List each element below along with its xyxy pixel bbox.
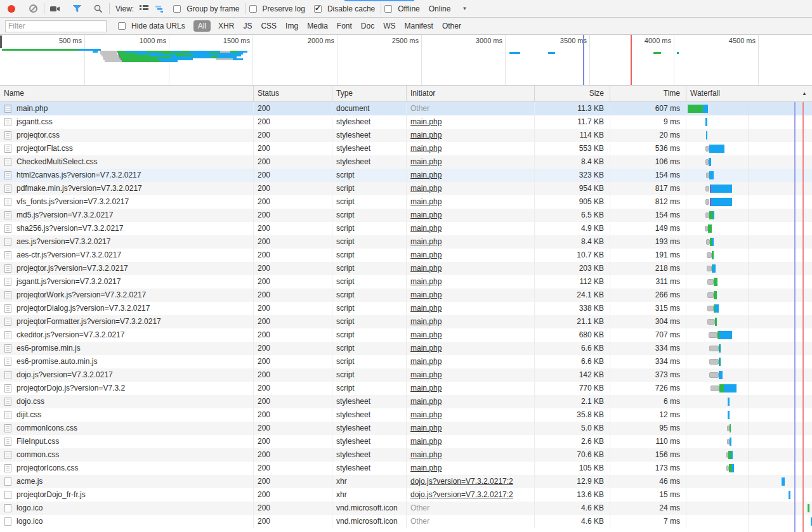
request-row-es6-promise.min.js[interactable]: es6-promise.min.js200scriptmain.php6.6 K… [0, 342, 812, 355]
initiator-link[interactable]: main.php [410, 330, 442, 339]
column-header-type[interactable]: Type [332, 86, 407, 102]
column-header-status[interactable]: Status [254, 86, 332, 102]
group-by-frame-checkbox[interactable] [173, 5, 181, 13]
initiator-link[interactable]: main.php [410, 464, 442, 472]
preserve-log-checkbox[interactable] [249, 5, 257, 13]
initiator-link[interactable]: main.php [410, 131, 442, 139]
filter-type-manifest[interactable]: Manifest [405, 22, 433, 30]
preserve-log-label[interactable]: Preserve log [263, 4, 305, 13]
request-row-jsgantt.css[interactable]: jsgantt.css200stylesheetmain.php11.7 KB9… [0, 115, 812, 129]
view-list-button[interactable] [136, 2, 152, 16]
filter-type-xhr[interactable]: XHR [218, 22, 234, 30]
disable-cache-label[interactable]: Disable cache [327, 4, 375, 13]
filter-button[interactable] [69, 2, 84, 16]
filter-type-other[interactable]: Other [442, 22, 461, 30]
request-row-projeqtor.js[interactable]: projeqtor.js?version=V7.3.2.0217200scrip… [0, 262, 812, 275]
timeline-overview[interactable]: 500 ms1000 ms1500 ms2000 ms2500 ms3000 m… [0, 35, 812, 86]
filter-type-js[interactable]: JS [243, 22, 252, 30]
initiator-link[interactable]: main.php [410, 410, 442, 419]
initiator-link[interactable]: main.php [410, 397, 442, 406]
request-row-ckeditor.js[interactable]: ckeditor.js?version=V7.3.2.0217200script… [0, 328, 812, 342]
request-row-aes.js[interactable]: aes.js?version=V7.3.2.0217200scriptmain.… [0, 235, 812, 249]
initiator-link[interactable]: main.php [410, 117, 442, 126]
request-row-projeqtorIcons.css[interactable]: projeqtorIcons.css200stylesheetmain.php1… [0, 462, 812, 475]
initiator-link[interactable]: main.php [410, 171, 442, 179]
filter-type-ws[interactable]: WS [383, 22, 395, 30]
column-header-initiator[interactable]: Initiator [407, 86, 535, 102]
request-row-CheckedMultiSelect.css[interactable]: CheckedMultiSelect.css200stylesheetmain.… [0, 155, 812, 169]
disable-cache-checkbox[interactable] [314, 5, 322, 13]
initiator-link[interactable]: main.php [410, 250, 442, 259]
overview-scrubber[interactable] [0, 36, 2, 48]
request-row-projeqtorDojo_fr-fr.js[interactable]: projeqtorDojo_fr-fr.js200xhrdojo.js?vers… [0, 488, 812, 502]
group-by-frame-label[interactable]: Group by frame [187, 4, 239, 13]
request-row-html2canvas.js[interactable]: html2canvas.js?version=V7.3.2.0217200scr… [0, 169, 812, 182]
initiator-link[interactable]: main.php [410, 277, 442, 286]
hide-data-urls-checkbox[interactable] [118, 22, 126, 30]
request-row-main.php[interactable]: main.php200documentOther11.3 KB607 ms [0, 102, 812, 115]
throttling-select[interactable]: Online [429, 4, 451, 13]
initiator-link[interactable]: main.php [410, 144, 442, 153]
initiator-link[interactable]: main.php [410, 184, 442, 193]
initiator-link[interactable]: main.php [410, 157, 442, 166]
filter-type-img[interactable]: Img [285, 22, 298, 30]
initiator-link[interactable]: main.php [410, 211, 442, 219]
initiator-link[interactable]: main.php [410, 317, 442, 326]
request-row-acme.js[interactable]: acme.js200xhrdojo.js?version=V7.3.2.0217… [0, 475, 812, 488]
request-row-projeqtorDojo.js[interactable]: projeqtorDojo.js?version=V7.3.2200script… [0, 382, 812, 395]
request-row-logo.ico[interactable]: logo.ico200vnd.microsoft.iconOther4.6 KB… [0, 515, 812, 528]
search-button[interactable] [91, 2, 106, 16]
initiator-link[interactable]: main.php [410, 450, 442, 459]
filter-type-media[interactable]: Media [307, 22, 328, 30]
request-row-aes-ctr.js[interactable]: aes-ctr.js?version=V7.3.2.0217200scriptm… [0, 249, 812, 262]
initiator-link[interactable]: main.php [410, 290, 442, 299]
filter-type-font[interactable]: Font [337, 22, 352, 30]
chevron-down-icon[interactable]: ▼ [462, 6, 467, 11]
filter-type-all[interactable]: All [193, 20, 211, 32]
request-row-md5.js[interactable]: md5.js?version=V7.3.2.0217200scriptmain.… [0, 209, 812, 222]
request-row-commonIcons.css[interactable]: commonIcons.css200stylesheetmain.php5.0 … [0, 422, 812, 435]
initiator-link[interactable]: main.php [410, 424, 442, 432]
capture-screenshots-button[interactable] [48, 2, 63, 16]
initiator-link[interactable]: main.php [410, 370, 442, 379]
initiator-link[interactable]: dojo.js?version=V7.3.2.0217:2 [410, 477, 513, 486]
initiator-link[interactable]: main.php [410, 224, 442, 233]
clear-button[interactable] [25, 2, 41, 16]
view-waterfall-button[interactable] [152, 2, 167, 16]
request-row-vfs_fonts.js[interactable]: vfs_fonts.js?version=V7.3.2.0217200scrip… [0, 195, 812, 209]
initiator-link[interactable]: main.php [410, 344, 442, 353]
offline-label[interactable]: Offline [398, 4, 419, 13]
hide-data-urls-label[interactable]: Hide data URLs [131, 22, 185, 30]
request-row-dojo.css[interactable]: dojo.css200stylesheetmain.php2.1 KB6 ms [0, 395, 812, 408]
column-header-waterfall[interactable]: Waterfall▲ [686, 86, 812, 102]
initiator-link[interactable]: main.php [410, 237, 442, 246]
request-row-FileInput.css[interactable]: FileInput.css200stylesheetmain.php2.6 KB… [0, 435, 812, 448]
filter-input[interactable] [5, 20, 107, 32]
request-row-projeqtorWork.js[interactable]: projeqtorWork.js?version=V7.3.2.0217200s… [0, 289, 812, 302]
request-row-es6-promise.auto.min.js[interactable]: es6-promise.auto.min.js200scriptmain.php… [0, 355, 812, 368]
request-row-jsgantt.js[interactable]: jsgantt.js?version=V7.3.2.0217200scriptm… [0, 275, 812, 289]
initiator-link[interactable]: main.php [410, 357, 442, 366]
column-header-size[interactable]: Size [535, 86, 610, 102]
initiator-link[interactable]: main.php [410, 304, 442, 313]
request-row-projeqtorDialog.js[interactable]: projeqtorDialog.js?version=V7.3.2.021720… [0, 302, 812, 315]
request-row-pdfmake.min.js[interactable]: pdfmake.min.js?version=V7.3.2.0217200scr… [0, 182, 812, 195]
column-header-name[interactable]: Name [0, 86, 254, 102]
request-row-logo.ico[interactable]: logo.ico200vnd.microsoft.iconOther4.6 KB… [0, 502, 812, 515]
filter-type-doc[interactable]: Doc [361, 22, 374, 30]
initiator-link[interactable]: dojo.js?version=V7.3.2.0217:2 [410, 490, 513, 499]
initiator-link[interactable]: main.php [410, 437, 442, 446]
request-row-common.css[interactable]: common.css200stylesheetmain.php70.6 KB15… [0, 448, 812, 462]
filter-type-css[interactable]: CSS [261, 22, 277, 30]
request-row-dijit.css[interactable]: dijit.css200stylesheetmain.php35.8 KB12 … [0, 408, 812, 422]
record-button[interactable] [4, 2, 19, 16]
column-header-time[interactable]: Time [610, 86, 686, 102]
initiator-link[interactable]: main.php [410, 384, 442, 393]
request-row-projeqtorFormatter.js[interactable]: projeqtorFormatter.js?version=V7.3.2.021… [0, 315, 812, 328]
request-row-dojo.js[interactable]: dojo.js?version=V7.3.2.0217200scriptmain… [0, 368, 812, 382]
initiator-link[interactable]: main.php [410, 264, 442, 273]
request-row-sha256.js[interactable]: sha256.js?version=V7.3.2.0217200scriptma… [0, 222, 812, 235]
initiator-link[interactable]: main.php [410, 197, 442, 206]
request-row-projeqtor.css[interactable]: projeqtor.css200stylesheetmain.php114 KB… [0, 129, 812, 142]
request-row-projeqtorFlat.css[interactable]: projeqtorFlat.css200stylesheetmain.php55… [0, 142, 812, 155]
